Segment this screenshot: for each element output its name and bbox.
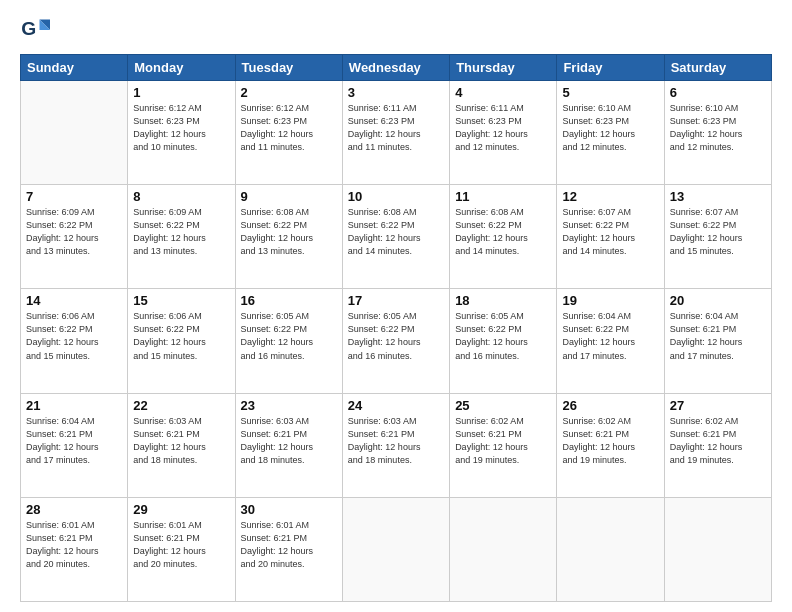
calendar-cell: 15Sunrise: 6:06 AM Sunset: 6:22 PM Dayli… xyxy=(128,289,235,393)
weekday-header-monday: Monday xyxy=(128,55,235,81)
calendar-row-2: 7Sunrise: 6:09 AM Sunset: 6:22 PM Daylig… xyxy=(21,185,772,289)
weekday-header-sunday: Sunday xyxy=(21,55,128,81)
day-info: Sunrise: 6:03 AM Sunset: 6:21 PM Dayligh… xyxy=(348,415,444,467)
day-info: Sunrise: 6:08 AM Sunset: 6:22 PM Dayligh… xyxy=(348,206,444,258)
day-number: 1 xyxy=(133,85,229,100)
calendar-cell: 24Sunrise: 6:03 AM Sunset: 6:21 PM Dayli… xyxy=(342,393,449,497)
day-info: Sunrise: 6:01 AM Sunset: 6:21 PM Dayligh… xyxy=(26,519,122,571)
day-info: Sunrise: 6:03 AM Sunset: 6:21 PM Dayligh… xyxy=(241,415,337,467)
weekday-header-friday: Friday xyxy=(557,55,664,81)
calendar-cell: 3Sunrise: 6:11 AM Sunset: 6:23 PM Daylig… xyxy=(342,81,449,185)
calendar-cell: 29Sunrise: 6:01 AM Sunset: 6:21 PM Dayli… xyxy=(128,497,235,601)
day-info: Sunrise: 6:02 AM Sunset: 6:21 PM Dayligh… xyxy=(455,415,551,467)
calendar-cell: 19Sunrise: 6:04 AM Sunset: 6:22 PM Dayli… xyxy=(557,289,664,393)
calendar-cell: 13Sunrise: 6:07 AM Sunset: 6:22 PM Dayli… xyxy=(664,185,771,289)
calendar-cell: 2Sunrise: 6:12 AM Sunset: 6:23 PM Daylig… xyxy=(235,81,342,185)
day-info: Sunrise: 6:06 AM Sunset: 6:22 PM Dayligh… xyxy=(133,310,229,362)
day-info: Sunrise: 6:04 AM Sunset: 6:21 PM Dayligh… xyxy=(670,310,766,362)
day-info: Sunrise: 6:07 AM Sunset: 6:22 PM Dayligh… xyxy=(670,206,766,258)
calendar-cell: 6Sunrise: 6:10 AM Sunset: 6:23 PM Daylig… xyxy=(664,81,771,185)
calendar-cell: 11Sunrise: 6:08 AM Sunset: 6:22 PM Dayli… xyxy=(450,185,557,289)
day-number: 27 xyxy=(670,398,766,413)
day-number: 25 xyxy=(455,398,551,413)
weekday-header-wednesday: Wednesday xyxy=(342,55,449,81)
calendar-cell: 23Sunrise: 6:03 AM Sunset: 6:21 PM Dayli… xyxy=(235,393,342,497)
calendar-cell xyxy=(21,81,128,185)
day-number: 4 xyxy=(455,85,551,100)
calendar-row-4: 21Sunrise: 6:04 AM Sunset: 6:21 PM Dayli… xyxy=(21,393,772,497)
calendar-row-5: 28Sunrise: 6:01 AM Sunset: 6:21 PM Dayli… xyxy=(21,497,772,601)
calendar-cell: 12Sunrise: 6:07 AM Sunset: 6:22 PM Dayli… xyxy=(557,185,664,289)
calendar-cell: 22Sunrise: 6:03 AM Sunset: 6:21 PM Dayli… xyxy=(128,393,235,497)
day-info: Sunrise: 6:02 AM Sunset: 6:21 PM Dayligh… xyxy=(670,415,766,467)
day-number: 21 xyxy=(26,398,122,413)
day-info: Sunrise: 6:10 AM Sunset: 6:23 PM Dayligh… xyxy=(670,102,766,154)
day-info: Sunrise: 6:09 AM Sunset: 6:22 PM Dayligh… xyxy=(133,206,229,258)
calendar-cell: 10Sunrise: 6:08 AM Sunset: 6:22 PM Dayli… xyxy=(342,185,449,289)
day-info: Sunrise: 6:12 AM Sunset: 6:23 PM Dayligh… xyxy=(241,102,337,154)
day-info: Sunrise: 6:08 AM Sunset: 6:22 PM Dayligh… xyxy=(455,206,551,258)
day-number: 5 xyxy=(562,85,658,100)
day-number: 8 xyxy=(133,189,229,204)
day-info: Sunrise: 6:07 AM Sunset: 6:22 PM Dayligh… xyxy=(562,206,658,258)
day-number: 13 xyxy=(670,189,766,204)
day-info: Sunrise: 6:10 AM Sunset: 6:23 PM Dayligh… xyxy=(562,102,658,154)
calendar-cell: 14Sunrise: 6:06 AM Sunset: 6:22 PM Dayli… xyxy=(21,289,128,393)
day-number: 11 xyxy=(455,189,551,204)
day-number: 3 xyxy=(348,85,444,100)
day-info: Sunrise: 6:12 AM Sunset: 6:23 PM Dayligh… xyxy=(133,102,229,154)
day-number: 29 xyxy=(133,502,229,517)
calendar-cell: 30Sunrise: 6:01 AM Sunset: 6:21 PM Dayli… xyxy=(235,497,342,601)
day-number: 12 xyxy=(562,189,658,204)
day-number: 28 xyxy=(26,502,122,517)
calendar-row-3: 14Sunrise: 6:06 AM Sunset: 6:22 PM Dayli… xyxy=(21,289,772,393)
day-info: Sunrise: 6:03 AM Sunset: 6:21 PM Dayligh… xyxy=(133,415,229,467)
logo: G xyxy=(20,16,56,44)
day-number: 30 xyxy=(241,502,337,517)
calendar-cell: 27Sunrise: 6:02 AM Sunset: 6:21 PM Dayli… xyxy=(664,393,771,497)
calendar-cell: 17Sunrise: 6:05 AM Sunset: 6:22 PM Dayli… xyxy=(342,289,449,393)
svg-text:G: G xyxy=(21,18,36,39)
page: G SundayMondayTuesdayWednesdayThursdayFr… xyxy=(0,0,792,612)
calendar-cell xyxy=(342,497,449,601)
calendar-cell xyxy=(664,497,771,601)
day-number: 24 xyxy=(348,398,444,413)
calendar: SundayMondayTuesdayWednesdayThursdayFrid… xyxy=(20,54,772,602)
calendar-cell: 26Sunrise: 6:02 AM Sunset: 6:21 PM Dayli… xyxy=(557,393,664,497)
calendar-cell xyxy=(450,497,557,601)
calendar-cell: 7Sunrise: 6:09 AM Sunset: 6:22 PM Daylig… xyxy=(21,185,128,289)
calendar-cell: 5Sunrise: 6:10 AM Sunset: 6:23 PM Daylig… xyxy=(557,81,664,185)
day-info: Sunrise: 6:05 AM Sunset: 6:22 PM Dayligh… xyxy=(348,310,444,362)
calendar-cell: 18Sunrise: 6:05 AM Sunset: 6:22 PM Dayli… xyxy=(450,289,557,393)
calendar-cell: 16Sunrise: 6:05 AM Sunset: 6:22 PM Dayli… xyxy=(235,289,342,393)
calendar-cell: 28Sunrise: 6:01 AM Sunset: 6:21 PM Dayli… xyxy=(21,497,128,601)
calendar-cell: 20Sunrise: 6:04 AM Sunset: 6:21 PM Dayli… xyxy=(664,289,771,393)
day-number: 15 xyxy=(133,293,229,308)
day-number: 16 xyxy=(241,293,337,308)
day-info: Sunrise: 6:08 AM Sunset: 6:22 PM Dayligh… xyxy=(241,206,337,258)
day-info: Sunrise: 6:04 AM Sunset: 6:22 PM Dayligh… xyxy=(562,310,658,362)
calendar-cell xyxy=(557,497,664,601)
day-info: Sunrise: 6:04 AM Sunset: 6:21 PM Dayligh… xyxy=(26,415,122,467)
day-info: Sunrise: 6:05 AM Sunset: 6:22 PM Dayligh… xyxy=(455,310,551,362)
day-info: Sunrise: 6:09 AM Sunset: 6:22 PM Dayligh… xyxy=(26,206,122,258)
logo-icon: G xyxy=(20,16,52,44)
calendar-cell: 25Sunrise: 6:02 AM Sunset: 6:21 PM Dayli… xyxy=(450,393,557,497)
day-number: 20 xyxy=(670,293,766,308)
day-number: 19 xyxy=(562,293,658,308)
day-number: 7 xyxy=(26,189,122,204)
day-info: Sunrise: 6:01 AM Sunset: 6:21 PM Dayligh… xyxy=(241,519,337,571)
day-info: Sunrise: 6:06 AM Sunset: 6:22 PM Dayligh… xyxy=(26,310,122,362)
calendar-cell: 4Sunrise: 6:11 AM Sunset: 6:23 PM Daylig… xyxy=(450,81,557,185)
day-info: Sunrise: 6:11 AM Sunset: 6:23 PM Dayligh… xyxy=(348,102,444,154)
day-number: 6 xyxy=(670,85,766,100)
calendar-cell: 1Sunrise: 6:12 AM Sunset: 6:23 PM Daylig… xyxy=(128,81,235,185)
day-number: 10 xyxy=(348,189,444,204)
day-number: 14 xyxy=(26,293,122,308)
calendar-row-1: 1Sunrise: 6:12 AM Sunset: 6:23 PM Daylig… xyxy=(21,81,772,185)
day-number: 26 xyxy=(562,398,658,413)
day-info: Sunrise: 6:02 AM Sunset: 6:21 PM Dayligh… xyxy=(562,415,658,467)
day-info: Sunrise: 6:05 AM Sunset: 6:22 PM Dayligh… xyxy=(241,310,337,362)
calendar-cell: 8Sunrise: 6:09 AM Sunset: 6:22 PM Daylig… xyxy=(128,185,235,289)
day-number: 22 xyxy=(133,398,229,413)
